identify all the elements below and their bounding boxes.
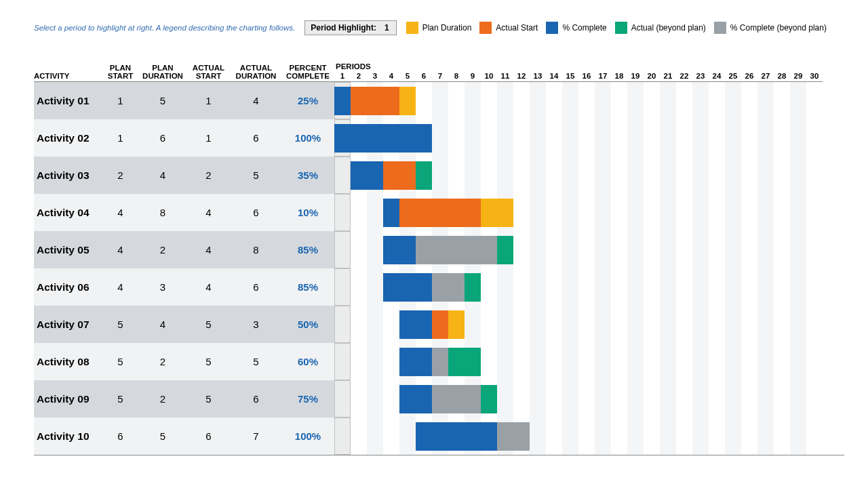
bar-segment [399,310,416,339]
bar-segment [465,199,481,227]
period-cell [530,268,546,306]
hdr-activity: ACTIVITY [34,72,102,82]
period-cell [367,82,383,119]
period-cell [399,418,416,455]
period-highlight-box[interactable]: Period Highlight: 1 [304,20,396,35]
period-header-20: 20 [644,70,660,82]
activity-name: Activity 09 [34,380,102,418]
bar-segment [383,124,399,152]
period-cell [806,119,823,157]
bar-segment [465,273,481,302]
bar-segment [399,348,416,376]
percent-complete: 60% [281,343,334,380]
bar-segment [465,385,481,413]
bar-segment [432,236,448,264]
period-cell [562,194,578,231]
period-header-29: 29 [790,70,806,82]
period-cell [497,306,513,343]
period-cell [660,82,676,119]
period-cell [676,380,692,418]
period-cell [562,231,578,268]
period-cell [725,157,741,194]
activity-name: Activity 08 [34,343,102,380]
period-cell [676,231,692,268]
period-cell [595,194,611,231]
period-cell [692,343,709,380]
plan-duration: 6 [139,119,186,157]
period-cell [757,157,774,194]
period-cell [481,157,497,194]
percent-complete: 50% [281,306,334,343]
bar-segment [481,199,497,227]
percent-complete: 100% [281,418,334,455]
period-cell [595,157,611,194]
period-cell [530,157,546,194]
period-cell [741,268,757,306]
period-cell [399,343,416,380]
actual-duration: 7 [231,418,281,455]
period-cell [465,418,481,455]
period-cell [432,231,448,268]
period-cell [627,194,644,231]
period-header-11: 11 [497,70,513,82]
period-cell [367,380,383,418]
period-cell [757,119,774,157]
period-cell [432,268,448,306]
bar-segment [481,422,497,451]
period-cell [725,268,741,306]
period-cell [627,418,644,455]
period-cell [465,268,481,306]
actual-start: 5 [186,343,231,380]
period-cell [497,380,513,418]
period-cell [562,418,578,455]
bar-segment [432,199,448,227]
period-cell [367,231,383,268]
period-cell [757,343,774,380]
period-cell [709,380,725,418]
period-cell [774,343,790,380]
percent-complete: 75% [281,380,334,418]
hdr-percent-complete: PERCENTCOMPLETE [281,64,334,82]
period-cell [448,418,465,455]
period-header-6: 6 [416,70,432,82]
period-cell [513,306,530,343]
period-cell [692,119,709,157]
period-cell [465,157,481,194]
period-cell [530,343,546,380]
period-cell [351,194,367,231]
period-cell [741,231,757,268]
period-header-25: 25 [725,70,741,82]
period-cell [399,194,416,231]
period-cell [383,418,399,455]
period-cell [790,343,806,380]
period-cell [383,82,399,119]
bar-segment [416,199,432,227]
plan-duration: 8 [139,194,186,231]
period-cell [774,119,790,157]
plan-start: 5 [102,306,139,343]
period-cell [725,231,741,268]
percent-complete: 10% [281,194,334,231]
plan-start: 4 [102,231,139,268]
period-cell [481,194,497,231]
period-cell [416,380,432,418]
period-cell [481,380,497,418]
period-highlight-value[interactable]: 1 [382,23,392,33]
period-header-18: 18 [611,70,627,82]
bar-segment [465,236,481,264]
bar-segment [383,273,399,302]
period-cell [725,380,741,418]
bar-segment [497,236,513,264]
top-bar: Select a period to highlight at right. A… [34,20,844,35]
period-cell [676,343,692,380]
actual-start: 1 [186,82,231,119]
period-cell [497,82,513,119]
period-cell [709,231,725,268]
period-cell [725,119,741,157]
period-cell [448,380,465,418]
period-cell [513,231,530,268]
period-header-2: 2 [351,70,367,82]
period-header-8: 8 [448,70,465,82]
period-cell [416,268,432,306]
period-cell [497,194,513,231]
